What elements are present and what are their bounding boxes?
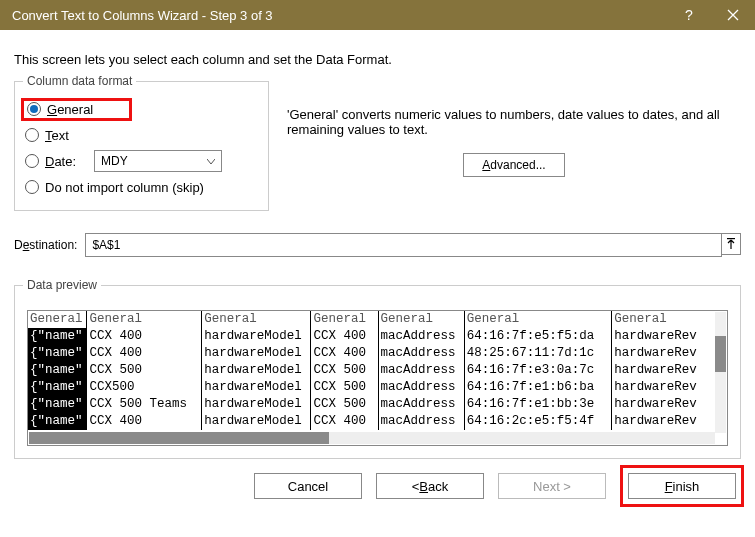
preview-cell: hardwareRev	[612, 413, 727, 430]
preview-cell: 64:16:7f:e5:f5:da	[465, 328, 612, 345]
preview-cell: macAddress	[379, 413, 465, 430]
preview-cell: hardwareModel	[202, 413, 311, 430]
horizontal-scrollbar[interactable]	[29, 432, 715, 444]
cancel-button[interactable]: Cancel	[254, 473, 362, 499]
format-legend: Column data format	[23, 74, 136, 88]
preview-cell: CCX 400	[87, 345, 202, 362]
finish-button[interactable]: Finish	[628, 473, 736, 499]
radio-skip[interactable]	[25, 180, 39, 194]
date-format-value: MDY	[101, 154, 128, 168]
preview-cell: 48:25:67:11:7d:1c	[465, 345, 612, 362]
radio-skip-label: Do not import column (skip)	[45, 180, 204, 195]
preview-cell: 64:16:7f:e3:0a:7c	[465, 362, 612, 379]
title-bar: Convert Text to Columns Wizard - Step 3 …	[0, 0, 755, 30]
preview-header[interactable]: General	[28, 311, 87, 328]
radio-general-label: General	[47, 102, 93, 117]
preview-cell: hardwareModel	[202, 362, 311, 379]
preview-header[interactable]: General	[465, 311, 612, 328]
preview-cell: macAddress	[379, 345, 465, 362]
preview-cell: CCX 500	[87, 362, 202, 379]
vertical-scrollbar[interactable]	[715, 312, 726, 433]
preview-cell: CCX 400	[311, 345, 378, 362]
preview-header[interactable]: General	[311, 311, 378, 328]
general-highlight: General	[21, 98, 132, 121]
window-title: Convert Text to Columns Wizard - Step 3 …	[12, 8, 273, 23]
preview-cell: CCX 500	[311, 379, 378, 396]
preview-cell: {"name"	[28, 345, 87, 362]
close-icon[interactable]	[711, 0, 755, 30]
preview-cell: CCX 500 Teams	[87, 396, 202, 413]
preview-cell: CCX500	[87, 379, 202, 396]
preview-cell: hardwareModel	[202, 345, 311, 362]
back-button[interactable]: < Back	[376, 473, 484, 499]
preview-cell: 64:16:2c:e5:f5:4f	[465, 413, 612, 430]
preview-cell: {"name"	[28, 396, 87, 413]
destination-label: Destination:	[14, 238, 77, 252]
data-preview-group: Data preview GeneralGeneralGeneralGenera…	[14, 285, 741, 459]
preview-cell: {"name"	[28, 413, 87, 430]
preview-cell: 64:16:7f:e1:bb:3e	[465, 396, 612, 413]
preview-cell: hardwareRev	[612, 396, 727, 413]
preview-header[interactable]: General	[87, 311, 202, 328]
preview-grid[interactable]: GeneralGeneralGeneralGeneralGeneralGener…	[27, 310, 728, 446]
radio-text[interactable]	[25, 128, 39, 142]
radio-general[interactable]	[27, 102, 41, 116]
preview-cell: hardwareModel	[202, 379, 311, 396]
preview-cell: macAddress	[379, 328, 465, 345]
radio-text-label: Text	[45, 128, 69, 143]
preview-cell: hardwareModel	[202, 328, 311, 345]
preview-cell: CCX 400	[87, 413, 202, 430]
advanced-button[interactable]: Advanced...	[463, 153, 564, 177]
preview-cell: CCX 400	[311, 413, 378, 430]
preview-cell: hardwareModel	[202, 396, 311, 413]
preview-cell: macAddress	[379, 362, 465, 379]
next-button: Next >	[498, 473, 606, 499]
preview-cell: CCX 400	[87, 328, 202, 345]
destination-input[interactable]: $A$1	[85, 233, 722, 257]
instructions-text: This screen lets you select each column …	[14, 52, 741, 67]
preview-header[interactable]: General	[612, 311, 727, 328]
preview-cell: hardwareRev	[612, 379, 727, 396]
column-data-format-group: Column data format General Text Date: MD…	[14, 81, 269, 211]
finish-highlight: Finish	[620, 465, 744, 507]
date-format-select[interactable]: MDY	[94, 150, 222, 172]
range-picker-icon[interactable]	[721, 233, 741, 255]
preview-legend: Data preview	[23, 278, 101, 292]
preview-cell: macAddress	[379, 396, 465, 413]
chevron-down-icon	[207, 156, 215, 167]
radio-date-label: Date:	[45, 154, 76, 169]
format-description: 'General' converts numeric values to num…	[287, 107, 741, 137]
preview-cell: {"name"	[28, 362, 87, 379]
help-icon[interactable]: ?	[667, 0, 711, 30]
preview-cell: 64:16:7f:e1:b6:ba	[465, 379, 612, 396]
preview-cell: hardwareRev	[612, 345, 727, 362]
preview-cell: hardwareRev	[612, 328, 727, 345]
preview-cell: CCX 500	[311, 362, 378, 379]
radio-date[interactable]	[25, 154, 39, 168]
preview-cell: hardwareRev	[612, 362, 727, 379]
svg-rect-0	[727, 238, 735, 239]
preview-cell: macAddress	[379, 379, 465, 396]
preview-cell: {"name"	[28, 379, 87, 396]
preview-cell: CCX 400	[311, 328, 378, 345]
preview-header[interactable]: General	[379, 311, 465, 328]
preview-header[interactable]: General	[202, 311, 311, 328]
preview-cell: {"name"	[28, 328, 87, 345]
preview-cell: CCX 500	[311, 396, 378, 413]
